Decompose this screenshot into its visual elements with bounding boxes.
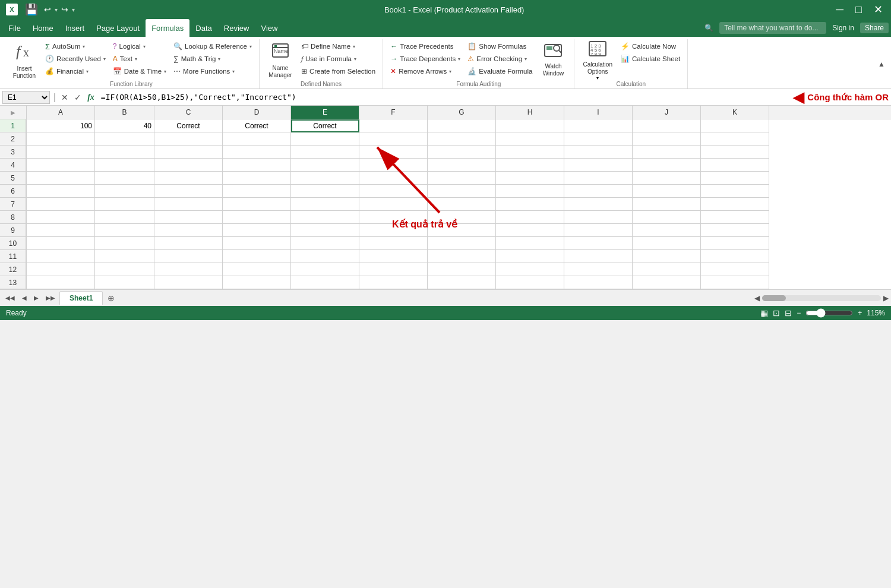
cell-C13[interactable] bbox=[154, 276, 223, 289]
cell-I2[interactable] bbox=[564, 132, 633, 146]
define-name-button[interactable]: 🏷 Define Name ▾ bbox=[299, 40, 378, 52]
cell-B9[interactable] bbox=[95, 224, 154, 237]
col-header-H[interactable]: H bbox=[496, 106, 564, 119]
cell-J13[interactable] bbox=[633, 276, 701, 289]
cell-H2[interactable] bbox=[496, 132, 564, 146]
cell-I7[interactable] bbox=[564, 198, 633, 211]
cell-G4[interactable] bbox=[428, 159, 496, 172]
cell-A8[interactable] bbox=[27, 211, 95, 224]
cell-H8[interactable] bbox=[496, 211, 564, 224]
cell-A13[interactable] bbox=[27, 276, 95, 289]
logical-button[interactable]: ? Logical ▾ bbox=[110, 40, 169, 52]
col-header-K[interactable]: K bbox=[701, 106, 769, 119]
cell-H9[interactable] bbox=[496, 224, 564, 237]
cell-F7[interactable] bbox=[359, 198, 428, 211]
cell-C9[interactable] bbox=[154, 224, 223, 237]
cell-A12[interactable] bbox=[27, 263, 95, 276]
cell-E2[interactable] bbox=[291, 132, 359, 146]
page-break-view-icon[interactable]: ⊟ bbox=[785, 308, 792, 318]
cell-A4[interactable] bbox=[27, 159, 95, 172]
cell-J10[interactable] bbox=[633, 237, 701, 250]
recently-used-button[interactable]: 🕐 Recently Used ▾ bbox=[43, 53, 108, 65]
cell-K11[interactable] bbox=[701, 250, 769, 263]
row-num-10[interactable]: 10 bbox=[0, 237, 27, 250]
menu-file[interactable]: File bbox=[2, 19, 27, 37]
cell-E12[interactable] bbox=[291, 263, 359, 276]
cell-B1[interactable]: 40 bbox=[95, 119, 154, 132]
cell-H13[interactable] bbox=[496, 276, 564, 289]
cell-C5[interactable] bbox=[154, 172, 223, 185]
cell-K13[interactable] bbox=[701, 276, 769, 289]
cell-C4[interactable] bbox=[154, 159, 223, 172]
cell-C8[interactable] bbox=[154, 211, 223, 224]
trace-precedents-button[interactable]: ← Trace Precedents bbox=[388, 40, 463, 52]
col-header-C[interactable]: C bbox=[154, 106, 223, 119]
close-button[interactable]: ✕ bbox=[871, 3, 885, 16]
cell-J4[interactable] bbox=[633, 159, 701, 172]
name-manager-button[interactable]: Name NameManager bbox=[264, 40, 296, 80]
cell-E6[interactable] bbox=[291, 185, 359, 198]
cell-G5[interactable] bbox=[428, 172, 496, 185]
calculate-sheet-button[interactable]: 📊 Calculate Sheet bbox=[618, 53, 683, 65]
col-header-D[interactable]: D bbox=[223, 106, 291, 119]
cell-G7[interactable] bbox=[428, 198, 496, 211]
normal-view-icon[interactable]: ▦ bbox=[760, 308, 768, 318]
cell-E10[interactable] bbox=[291, 237, 359, 250]
menu-page-layout[interactable]: Page Layout bbox=[90, 19, 146, 37]
row-num-2[interactable]: 2 bbox=[0, 132, 27, 146]
cell-J6[interactable] bbox=[633, 185, 701, 198]
cell-C10[interactable] bbox=[154, 237, 223, 250]
col-header-B[interactable]: B bbox=[95, 106, 154, 119]
ribbon-collapse-button[interactable]: ▲ bbox=[876, 39, 887, 88]
cell-A11[interactable] bbox=[27, 250, 95, 263]
sheet-nav-next[interactable]: ▶ bbox=[31, 293, 42, 302]
cell-E7[interactable] bbox=[291, 198, 359, 211]
cell-A1[interactable]: 100 bbox=[27, 119, 95, 132]
cell-D5[interactable] bbox=[223, 172, 291, 185]
cell-K2[interactable] bbox=[701, 132, 769, 146]
calculate-now-button[interactable]: ⚡ Calculate Now bbox=[618, 40, 683, 52]
cell-H10[interactable] bbox=[496, 237, 564, 250]
cell-H5[interactable] bbox=[496, 172, 564, 185]
cell-J1[interactable] bbox=[633, 119, 701, 132]
cell-I3[interactable] bbox=[564, 146, 633, 159]
cell-F12[interactable] bbox=[359, 263, 428, 276]
cell-K8[interactable] bbox=[701, 211, 769, 224]
cell-K1[interactable] bbox=[701, 119, 769, 132]
cell-G11[interactable] bbox=[428, 250, 496, 263]
menu-formulas[interactable]: Formulas bbox=[146, 19, 189, 37]
create-from-selection-button[interactable]: ⊞ Create from Selection bbox=[299, 65, 378, 77]
row-num-7[interactable]: 7 bbox=[0, 198, 27, 211]
text-button[interactable]: A Text ▾ bbox=[110, 53, 169, 65]
sheet-tab-sheet1[interactable]: Sheet1 bbox=[59, 291, 103, 305]
cell-K12[interactable] bbox=[701, 263, 769, 276]
sheet-nav-last[interactable]: ▶▶ bbox=[43, 293, 58, 302]
cell-K3[interactable] bbox=[701, 146, 769, 159]
cell-E13[interactable] bbox=[291, 276, 359, 289]
cell-G3[interactable] bbox=[428, 146, 496, 159]
hscrollbar-track[interactable] bbox=[762, 295, 881, 301]
autosum-button[interactable]: Σ AutoSum ▾ bbox=[43, 40, 108, 52]
cell-I5[interactable] bbox=[564, 172, 633, 185]
cancel-button[interactable]: ✕ bbox=[59, 93, 70, 102]
cell-F11[interactable] bbox=[359, 250, 428, 263]
cell-C12[interactable] bbox=[154, 263, 223, 276]
col-header-G[interactable]: G bbox=[428, 106, 496, 119]
cell-H11[interactable] bbox=[496, 250, 564, 263]
cell-H1[interactable] bbox=[496, 119, 564, 132]
insert-function-button[interactable]: fx InsertFunction bbox=[8, 40, 40, 80]
cell-D7[interactable] bbox=[223, 198, 291, 211]
cell-C3[interactable] bbox=[154, 146, 223, 159]
col-header-E[interactable]: E bbox=[291, 106, 359, 119]
lookup-ref-button[interactable]: 🔍 Lookup & Reference ▾ bbox=[171, 40, 254, 52]
cell-D9[interactable] bbox=[223, 224, 291, 237]
cell-J12[interactable] bbox=[633, 263, 701, 276]
cell-D13[interactable] bbox=[223, 276, 291, 289]
name-box[interactable]: E1 bbox=[2, 91, 50, 104]
sheet-nav-prev[interactable]: ◀ bbox=[19, 293, 30, 302]
row-num-4[interactable]: 4 bbox=[0, 159, 27, 172]
cell-I4[interactable] bbox=[564, 159, 633, 172]
cell-H12[interactable] bbox=[496, 263, 564, 276]
cell-H4[interactable] bbox=[496, 159, 564, 172]
cell-D1[interactable]: Correct bbox=[223, 119, 291, 132]
